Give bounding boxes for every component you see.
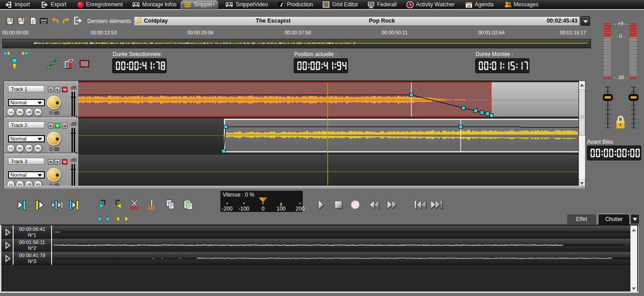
svg-text:23: 23 <box>467 5 471 8</box>
svg-text:?: ? <box>24 17 26 22</box>
